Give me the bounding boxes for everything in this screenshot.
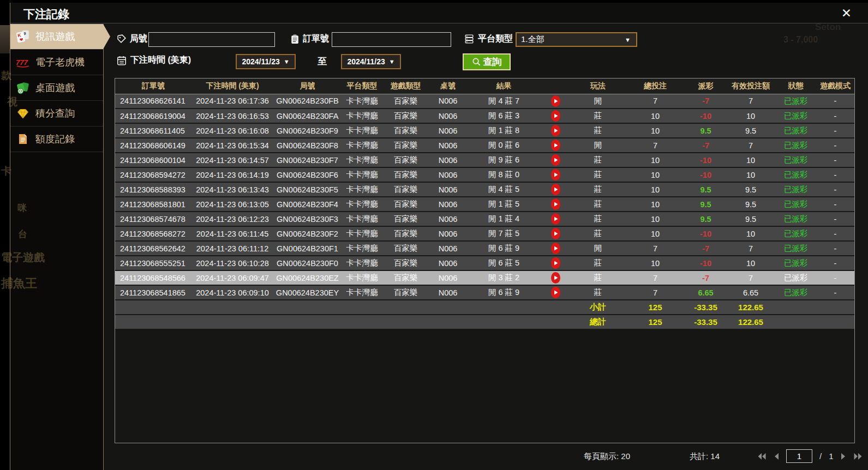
col-game-type: 遊戲類型 [382, 79, 429, 94]
cell-result: 閒 1 莊 8 [467, 123, 541, 138]
cell-status: 已派彩 [775, 241, 816, 256]
sidebar-item-credit-records[interactable]: 額度記錄 [10, 126, 103, 152]
cell-total-bet: 7 [625, 270, 685, 285]
cell-platform: 卡卡灣廳 [342, 94, 382, 109]
cell-bet-time: 2024-11-23 06:16:53 [191, 109, 273, 123]
table-body: 241123068626141 2024-11-23 06:17:36 GN00… [115, 94, 854, 329]
cell-platform: 卡卡灣廳 [342, 123, 382, 138]
replay-button[interactable] [541, 94, 571, 109]
cell-total-bet: 10 [625, 182, 685, 197]
replay-button[interactable] [541, 256, 571, 270]
cell-play: 莊 [571, 153, 625, 167]
replay-button[interactable] [541, 109, 571, 123]
table-row[interactable]: 241123068619004 2024-11-23 06:16:53 GN00… [115, 109, 854, 123]
svg-text:777: 777 [16, 58, 28, 67]
cell-table-no: N006 [429, 138, 467, 153]
cell-status: 已派彩 [775, 226, 816, 241]
cell-bet-time: 2024-11-23 06:10:28 [191, 256, 273, 270]
table-row[interactable]: 241123068568272 2024-11-23 06:11:45 GN00… [115, 226, 854, 241]
replay-button[interactable] [541, 270, 571, 285]
replay-button[interactable] [541, 167, 571, 182]
first-page-icon[interactable] [757, 453, 767, 460]
round-input[interactable] [148, 32, 275, 47]
replay-button[interactable] [541, 226, 571, 241]
per-page-label: 每頁顯示: 20 [584, 451, 630, 462]
cell-table-no: N006 [429, 94, 467, 109]
page-number-input[interactable] [786, 449, 812, 463]
table-row[interactable]: 241123068581801 2024-11-23 06:13:05 GN00… [115, 197, 854, 212]
date-to-picker[interactable]: 2024/11/23 ▼ [341, 54, 401, 69]
sidebar-item-table-games[interactable]: 桌面遊戲 [10, 75, 103, 101]
next-page-icon[interactable] [841, 453, 846, 460]
summary-spacer [115, 300, 571, 315]
replay-button[interactable] [541, 138, 571, 153]
table-row[interactable]: 241123068548566 2024-11-23 06:09:47 GN00… [115, 270, 854, 285]
table-row[interactable]: 241123068555251 2024-11-23 06:10:28 GN00… [115, 256, 854, 270]
cell-result: 閒 0 莊 6 [467, 138, 541, 153]
sidebar-item-points[interactable]: 積分查詢 [10, 101, 103, 126]
table-row[interactable]: 241123068594272 2024-11-23 06:14:19 GN00… [115, 167, 854, 182]
sidebar-item-slots[interactable]: 777 電子老虎機 [10, 50, 103, 75]
replay-button[interactable] [541, 197, 571, 212]
cell-play: 莊 [571, 197, 625, 212]
order-input[interactable] [332, 32, 451, 47]
cell-bet-time: 2024-11-23 06:09:10 [191, 285, 273, 300]
cell-payout: -10 [685, 109, 726, 123]
cell-result: 閒 4 莊 5 [467, 182, 541, 197]
search-button[interactable]: 查詢 [463, 53, 511, 70]
cell-order: 241123068541865 [115, 285, 191, 300]
replay-button[interactable] [541, 123, 571, 138]
close-icon[interactable]: ✕ [841, 6, 852, 20]
table-row[interactable]: 241123068562642 2024-11-23 06:11:12 GN00… [115, 241, 854, 256]
table-row[interactable]: 241123068626141 2024-11-23 06:17:36 GN00… [115, 94, 854, 109]
cell-play: 閒 [571, 94, 625, 109]
cell-bet-time: 2024-11-23 06:13:05 [191, 197, 273, 212]
page-separator: / [819, 451, 822, 461]
cell-total-bet: 10 [625, 167, 685, 182]
table-row[interactable]: 241123068541865 2024-11-23 06:09:10 GN00… [115, 285, 854, 300]
cell-payout: -7 [685, 270, 726, 285]
cell-bet-time: 2024-11-23 06:15:34 [191, 138, 273, 153]
cell-game-type: 百家樂 [382, 212, 429, 226]
cell-game-type: 百家樂 [382, 241, 429, 256]
cell-total-bet: 7 [625, 94, 685, 109]
play-icon [550, 139, 561, 152]
table-row[interactable]: 241123068606149 2024-11-23 06:15:34 GN00… [115, 138, 854, 153]
replay-button[interactable] [541, 285, 571, 300]
col-play: 玩法 [571, 79, 625, 94]
cell-game-type: 百家樂 [382, 197, 429, 212]
cell-order: 241123068568272 [115, 226, 191, 241]
cell-payout: -7 [685, 241, 726, 256]
calendar-icon [116, 55, 127, 66]
cell-order: 241123068555251 [115, 256, 191, 270]
play-icon [550, 272, 561, 284]
cell-valid-bet: 10 [726, 109, 775, 123]
cell-valid-bet: 9.5 [726, 212, 775, 226]
table-row[interactable]: 241123068588393 2024-11-23 06:13:43 GN00… [115, 182, 854, 197]
table-row[interactable]: 241123068611405 2024-11-23 06:16:08 GN00… [115, 123, 854, 138]
cell-total-bet: 7 [625, 241, 685, 256]
date-from-picker[interactable]: 2024/11/23 ▼ [236, 54, 296, 69]
cell-status: 已派彩 [775, 256, 816, 270]
table-row[interactable]: 241123068574678 2024-11-23 06:12:23 GN00… [115, 212, 854, 226]
summary-total-bet: 125 [625, 300, 685, 315]
cell-game-mode: - [816, 270, 854, 285]
last-page-icon[interactable] [853, 453, 863, 460]
prev-page-icon[interactable] [774, 453, 779, 460]
replay-button[interactable] [541, 241, 571, 256]
sidebar-item-video-games[interactable]: 9 K 視訊遊戲 [10, 24, 103, 50]
cell-platform: 卡卡灣廳 [342, 138, 382, 153]
cell-order: 241123068626141 [115, 94, 191, 109]
summary-label: 總計 [571, 315, 625, 329]
replay-button[interactable] [541, 153, 571, 167]
cell-status: 已派彩 [775, 153, 816, 167]
replay-button[interactable] [541, 182, 571, 197]
platform-select[interactable]: 1.全部 ▼ [516, 32, 637, 47]
cell-total-bet: 10 [625, 256, 685, 270]
table-row[interactable]: 241123068600104 2024-11-23 06:14:57 GN00… [115, 153, 854, 167]
cell-total-bet: 10 [625, 153, 685, 167]
cell-table-no: N006 [429, 182, 467, 197]
sidebar: 9 K 視訊遊戲 777 電 [10, 24, 104, 470]
cell-payout: -10 [685, 256, 726, 270]
replay-button[interactable] [541, 212, 571, 226]
